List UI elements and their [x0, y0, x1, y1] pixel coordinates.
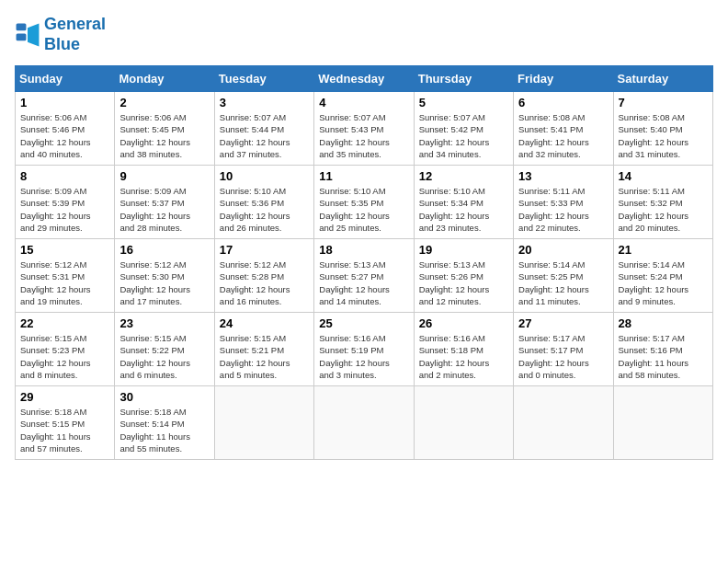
day-number: 27: [518, 316, 608, 330]
calendar-day-16: 16Sunrise: 5:12 AM Sunset: 5:30 PM Dayli…: [115, 239, 214, 313]
svg-rect-0: [17, 23, 27, 30]
day-info: Sunrise: 5:07 AM Sunset: 5:44 PM Dayligh…: [220, 111, 309, 160]
day-number: 14: [619, 169, 708, 183]
day-number: 10: [220, 169, 309, 183]
calendar-day-9: 9Sunrise: 5:09 AM Sunset: 5:37 PM Daylig…: [115, 166, 214, 239]
calendar-week-4: 22Sunrise: 5:15 AM Sunset: 5:23 PM Dayli…: [16, 313, 713, 386]
calendar-day-10: 10Sunrise: 5:10 AM Sunset: 5:36 PM Dayli…: [214, 166, 313, 239]
calendar-day-25: 25Sunrise: 5:16 AM Sunset: 5:19 PM Dayli…: [314, 313, 414, 386]
day-info: Sunrise: 5:12 AM Sunset: 5:30 PM Dayligh…: [119, 259, 209, 307]
day-number: 8: [20, 169, 109, 183]
day-number: 15: [20, 243, 109, 257]
day-info: Sunrise: 5:17 AM Sunset: 5:17 PM Dayligh…: [518, 332, 608, 381]
day-info: Sunrise: 5:10 AM Sunset: 5:36 PM Dayligh…: [220, 185, 309, 234]
calendar-day-29: 29Sunrise: 5:18 AM Sunset: 5:15 PM Dayli…: [16, 386, 115, 460]
logo-text: General Blue: [44, 15, 106, 54]
day-info: Sunrise: 5:13 AM Sunset: 5:26 PM Dayligh…: [419, 259, 508, 307]
day-info: Sunrise: 5:13 AM Sunset: 5:27 PM Dayligh…: [319, 259, 408, 307]
day-number: 3: [220, 96, 309, 109]
day-info: Sunrise: 5:14 AM Sunset: 5:25 PM Dayligh…: [518, 259, 608, 307]
day-number: 9: [119, 169, 209, 183]
day-number: 22: [20, 316, 109, 330]
calendar-day-13: 13Sunrise: 5:11 AM Sunset: 5:33 PM Dayli…: [514, 166, 613, 239]
calendar-day-4: 4Sunrise: 5:07 AM Sunset: 5:43 PM Daylig…: [314, 92, 414, 166]
day-number: 13: [518, 169, 608, 183]
empty-cell: [214, 386, 313, 460]
day-number: 28: [619, 316, 708, 330]
day-info: Sunrise: 5:17 AM Sunset: 5:16 PM Dayligh…: [619, 332, 708, 381]
empty-cell: [414, 386, 513, 460]
weekday-header-tuesday: Tuesday: [214, 66, 313, 92]
day-info: Sunrise: 5:11 AM Sunset: 5:33 PM Dayligh…: [518, 185, 608, 234]
day-info: Sunrise: 5:09 AM Sunset: 5:37 PM Dayligh…: [119, 185, 209, 234]
svg-rect-1: [17, 33, 27, 40]
weekday-header-wednesday: Wednesday: [314, 66, 414, 92]
day-number: 1: [20, 96, 109, 109]
calendar-day-8: 8Sunrise: 5:09 AM Sunset: 5:39 PM Daylig…: [16, 166, 115, 239]
day-info: Sunrise: 5:14 AM Sunset: 5:24 PM Dayligh…: [619, 259, 708, 307]
weekday-header-sunday: Sunday: [16, 66, 115, 92]
day-info: Sunrise: 5:16 AM Sunset: 5:18 PM Dayligh…: [419, 332, 508, 381]
svg-marker-2: [28, 23, 39, 46]
day-number: 12: [419, 169, 508, 183]
calendar-day-1: 1Sunrise: 5:06 AM Sunset: 5:46 PM Daylig…: [16, 92, 115, 166]
calendar-day-23: 23Sunrise: 5:15 AM Sunset: 5:22 PM Dayli…: [115, 313, 214, 386]
calendar-day-21: 21Sunrise: 5:14 AM Sunset: 5:24 PM Dayli…: [613, 239, 712, 313]
calendar-day-28: 28Sunrise: 5:17 AM Sunset: 5:16 PM Dayli…: [613, 313, 712, 386]
day-info: Sunrise: 5:16 AM Sunset: 5:19 PM Dayligh…: [319, 332, 408, 381]
calendar-day-15: 15Sunrise: 5:12 AM Sunset: 5:31 PM Dayli…: [16, 239, 115, 313]
day-info: Sunrise: 5:15 AM Sunset: 5:22 PM Dayligh…: [119, 332, 209, 381]
calendar-day-7: 7Sunrise: 5:08 AM Sunset: 5:40 PM Daylig…: [613, 92, 712, 166]
day-number: 26: [419, 316, 508, 330]
weekday-header-friday: Friday: [514, 66, 613, 92]
calendar-day-5: 5Sunrise: 5:07 AM Sunset: 5:42 PM Daylig…: [414, 92, 513, 166]
day-info: Sunrise: 5:08 AM Sunset: 5:41 PM Dayligh…: [518, 111, 608, 160]
empty-cell: [613, 386, 712, 460]
calendar-day-22: 22Sunrise: 5:15 AM Sunset: 5:23 PM Dayli…: [16, 313, 115, 386]
calendar-day-12: 12Sunrise: 5:10 AM Sunset: 5:34 PM Dayli…: [414, 166, 513, 239]
day-info: Sunrise: 5:18 AM Sunset: 5:14 PM Dayligh…: [119, 406, 209, 454]
day-info: Sunrise: 5:10 AM Sunset: 5:34 PM Dayligh…: [419, 185, 508, 234]
calendar-day-6: 6Sunrise: 5:08 AM Sunset: 5:41 PM Daylig…: [514, 92, 613, 166]
calendar-day-30: 30Sunrise: 5:18 AM Sunset: 5:14 PM Dayli…: [115, 386, 214, 460]
day-info: Sunrise: 5:06 AM Sunset: 5:46 PM Dayligh…: [20, 111, 109, 160]
day-info: Sunrise: 5:10 AM Sunset: 5:35 PM Dayligh…: [319, 185, 408, 234]
day-info: Sunrise: 5:15 AM Sunset: 5:21 PM Dayligh…: [220, 332, 309, 381]
day-number: 17: [220, 243, 309, 257]
day-number: 6: [518, 96, 608, 109]
logo-icon: [15, 22, 40, 48]
calendar-day-17: 17Sunrise: 5:12 AM Sunset: 5:28 PM Dayli…: [214, 239, 313, 313]
day-number: 30: [119, 390, 209, 404]
calendar-table: SundayMondayTuesdayWednesdayThursdayFrid…: [15, 65, 713, 460]
calendar-day-27: 27Sunrise: 5:17 AM Sunset: 5:17 PM Dayli…: [514, 313, 613, 386]
day-info: Sunrise: 5:07 AM Sunset: 5:43 PM Dayligh…: [319, 111, 408, 160]
day-info: Sunrise: 5:07 AM Sunset: 5:42 PM Dayligh…: [419, 111, 508, 160]
calendar-week-1: 1Sunrise: 5:06 AM Sunset: 5:46 PM Daylig…: [16, 92, 713, 166]
day-number: 21: [619, 243, 708, 257]
calendar-week-3: 15Sunrise: 5:12 AM Sunset: 5:31 PM Dayli…: [16, 239, 713, 313]
day-number: 7: [619, 96, 708, 109]
calendar-day-3: 3Sunrise: 5:07 AM Sunset: 5:44 PM Daylig…: [214, 92, 313, 166]
calendar-day-18: 18Sunrise: 5:13 AM Sunset: 5:27 PM Dayli…: [314, 239, 414, 313]
weekday-header-monday: Monday: [115, 66, 214, 92]
calendar-day-14: 14Sunrise: 5:11 AM Sunset: 5:32 PM Dayli…: [613, 166, 712, 239]
day-number: 18: [319, 243, 408, 257]
day-info: Sunrise: 5:12 AM Sunset: 5:28 PM Dayligh…: [220, 259, 309, 307]
day-number: 20: [518, 243, 608, 257]
calendar-day-19: 19Sunrise: 5:13 AM Sunset: 5:26 PM Dayli…: [414, 239, 513, 313]
day-info: Sunrise: 5:15 AM Sunset: 5:23 PM Dayligh…: [20, 332, 109, 381]
day-number: 29: [20, 390, 109, 404]
page-header: General Blue: [15, 15, 713, 54]
calendar-day-11: 11Sunrise: 5:10 AM Sunset: 5:35 PM Dayli…: [314, 166, 414, 239]
calendar-week-2: 8Sunrise: 5:09 AM Sunset: 5:39 PM Daylig…: [16, 166, 713, 239]
day-info: Sunrise: 5:09 AM Sunset: 5:39 PM Dayligh…: [20, 185, 109, 234]
day-number: 23: [119, 316, 209, 330]
day-number: 25: [319, 316, 408, 330]
day-number: 5: [419, 96, 508, 109]
weekday-header-thursday: Thursday: [414, 66, 513, 92]
weekday-header-saturday: Saturday: [613, 66, 712, 92]
day-info: Sunrise: 5:06 AM Sunset: 5:45 PM Dayligh…: [119, 111, 209, 160]
logo: General Blue: [15, 15, 106, 54]
empty-cell: [514, 386, 613, 460]
day-number: 2: [119, 96, 209, 109]
